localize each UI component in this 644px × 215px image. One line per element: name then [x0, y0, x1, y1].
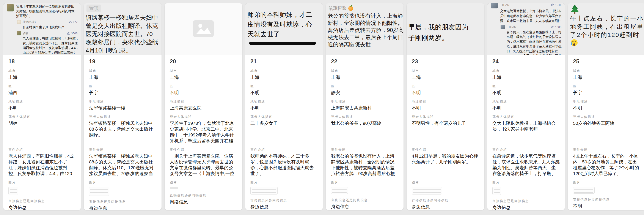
thumbs-up-icon	[551, 26, 554, 29]
field-value-deceased: 李昶生于1973年，曾就读于北京史家胡同小学、北京二中、北京四中，于1992年考…	[170, 120, 237, 144]
record-card[interactable]: ETHAN1046交大电院退休教授，上海书协会员，书法家吴中南老师在急诊病逝，缺…	[487, 3, 565, 210]
screenshot-text-line: 了2个小时的120赶到时	[570, 31, 644, 39]
field-label-event: 事件介绍	[8, 147, 76, 152]
record-card[interactable]: 午十点左右，长宁的一小地务工阿姨，在出租屋里了2个小时的120赶到时25城市上海…	[568, 3, 644, 210]
like-count: 1046	[551, 3, 562, 7]
record-image-preview[interactable]: 我几十年前就认识的一位胡姓朋友也是因为封控、核酸检测等原因没有得到及时救治而死亡…	[3, 3, 81, 55]
field-label-address: 地址描述	[492, 99, 560, 104]
field-value-deceased: 胡姓	[8, 120, 76, 144]
poster-name-text: 鼠甜橙酱	[328, 6, 346, 12]
record-image-preview[interactable]: 午十点左右，长宁的一小地务工阿姨，在出租屋里了2个小时的120赶到时	[568, 3, 644, 55]
field-label-direct: 直接信息还是间接信息	[250, 198, 318, 203]
record-card[interactable]: 鼠甜橙酱老公的爷爷也没有计入，上海静新村，全家阴的情况下他阳性。离酒店后差点转去…	[326, 3, 404, 210]
field-label-deceased: 死者大体描述	[573, 115, 640, 119]
comment-text: 交大电院退休教授，上海书协会员，书法家吴中南老师在急诊病逝，缺少氧气等医疗资源，…	[500, 9, 563, 23]
field-value-address: 不明	[250, 105, 318, 111]
field-value-deceased: 二十多岁女子	[250, 120, 318, 144]
thumbs-up-icon	[67, 32, 70, 35]
attachment-thumbnail[interactable]	[331, 187, 348, 194]
comment-reply: ETHAN1008苦等两天，坐在急诊角落的椅子上，打吊瓶、吸氧气（被封控的子女设…	[500, 25, 562, 55]
screenshot-text-line: 医无对接医院而去世。70	[86, 30, 162, 38]
like-count: 1008	[551, 26, 562, 29]
screenshot-text-line: 疫情没有及时就诊，心	[248, 20, 323, 29]
image-placeholder-icon	[193, 20, 214, 38]
record-image-preview[interactable]: 师弟的本科师妹，才二疫情没有及时就诊，心天就去世了	[245, 3, 323, 55]
screenshot-text-line: 4月10日晚记录。	[86, 46, 162, 55]
screenshot-text-line: 通的隔离医院去世	[328, 41, 404, 48]
screenshot-text-line: 晚敲邻居门，央求代少些纸	[86, 38, 162, 46]
field-value-address: 不明	[573, 105, 640, 111]
card-number: 23	[412, 58, 479, 65]
field-label-district: 区	[170, 84, 237, 88]
field-value-city: 上海	[8, 74, 76, 80]
screenshot-text-line: 天就去世了	[248, 29, 323, 39]
field-label-event: 事件介绍	[331, 147, 398, 152]
field-value-address: 不明	[412, 105, 479, 111]
field-value-event: 法华镇路某楼一楼独居老夫妇中88岁的丈夫，曾经是交大出版社翻译。休克后110、1…	[89, 153, 156, 176]
card-number: 20	[170, 58, 237, 65]
field-label-district: 区	[8, 84, 76, 88]
field-label-address: 地址描述	[250, 99, 318, 104]
field-value-address: 上海静安去共康新村	[331, 105, 398, 111]
photo-avatar	[500, 25, 505, 29]
field-value-event: 老人住浦西，有陈旧性脑梗，4.2摔跤，女儿被封在浦东过不了江，妹妹们虽住浦西但也…	[8, 153, 76, 176]
record-image-preview[interactable]: 置顶镇路某楼一楼独居老夫妇中曾是交大出版社翻译。休克医无对接医院而去世。70晚敲…	[84, 3, 162, 55]
record-card[interactable]: 师弟的本科师妹，才二疫情没有及时就诊，心天就去世了21城市上海区不明地址描述不明…	[245, 3, 323, 210]
field-label-deceased: 死者大体描述	[170, 115, 237, 119]
field-label-address: 地址描述	[170, 99, 237, 104]
poster-name: 鼠甜橙酱	[328, 6, 404, 12]
field-label-address: 地址描述	[573, 99, 640, 104]
screenshot-text-line: 梗无法去三甲，最后在上个周日	[328, 34, 404, 41]
field-label-city: 城市	[8, 69, 76, 73]
field-label-deceased: 死者大体描述	[331, 115, 398, 119]
screenshot-comment-thread: 我几十年前就认识的一位胡姓朋友也是因为封控、核酸检测等原因没有得到及时救治而死亡…	[3, 3, 81, 55]
record-image-preview[interactable]: 早晨，我的朋友因为子刚刚两岁。	[406, 3, 484, 55]
field-label-city: 城市	[492, 69, 560, 73]
record-card[interactable]: 我几十年前就认识的一位胡姓朋友也是因为封控、核酸检测等原因没有得到及时救治而死亡…	[3, 3, 81, 210]
field-label-deceased: 死者大体描述	[492, 115, 560, 119]
screenshot-text-line: 离酒店后差点转去方舱，90岁高	[328, 27, 404, 34]
field-value-city: 上海	[170, 74, 237, 80]
card-number: 21	[250, 58, 318, 65]
field-value-direct: 身边信息	[412, 204, 479, 210]
record-image-preview[interactable]: ETHAN1046交大电院退休教授，上海书协会员，书法家吴中南老师在急诊病逝，缺…	[487, 3, 565, 55]
field-value-address: 不明	[492, 105, 560, 111]
field-value-address: 法华镇路某楼一楼	[89, 105, 156, 111]
field-label-event: 事件介绍	[170, 147, 237, 152]
field-label-city: 城市	[170, 69, 237, 73]
attachment-thumbnail[interactable]	[492, 187, 501, 195]
field-label-direct: 直接信息还是间接信息	[573, 197, 640, 202]
like-count-value: 1008	[555, 26, 562, 29]
field-label-direct: 直接信息还是间接信息	[492, 199, 560, 203]
field-value-district: 不明	[170, 90, 237, 95]
field-value-event: 一则关于上海某康复医院一位病人因疫情管理无人护理而去世的文章在微信群里流转。最早…	[170, 153, 237, 176]
screenshot-text-line: 地务工阿姨，在出租屋里	[570, 23, 644, 31]
record-card[interactable]: 早晨，我的朋友因为子刚刚两岁。23城市上海区不明地址描述不明死者大体描述不明男性…	[406, 3, 484, 210]
field-value-district: 浦西	[8, 90, 76, 95]
field-label-deceased: 死者大体描述	[412, 115, 479, 119]
screenshot-big-text: 师弟的本科师妹，才二疫情没有及时就诊，心天就去世了	[245, 3, 323, 45]
field-value-district: 静安	[331, 90, 398, 95]
comment-text: 我几十年前就认识的一位胡姓朋友也是因为封控、核酸检测等原因没有得到及时救治而死亡…	[16, 4, 77, 18]
attachment-thumbnail[interactable]	[89, 187, 109, 196]
attachment-thumbnail[interactable]	[412, 187, 442, 194]
like-count-value: 3506	[71, 32, 78, 35]
field-label-image: 图片	[170, 180, 237, 184]
attachment-thumbnail[interactable]	[8, 187, 18, 195]
attachment-thumbnail[interactable]	[573, 187, 594, 194]
card-number: 19	[89, 58, 156, 65]
field-label-district: 区	[250, 84, 318, 88]
field-value-deceased: 不明男性，有个两岁的儿子	[412, 120, 479, 144]
thumbs-up-icon	[551, 3, 554, 6]
field-value-city: 上海	[492, 74, 560, 80]
record-card[interactable]: 20城市上海区不明地址描述上海某康复医院死者大体描述李昶生于1973年，曾就读于…	[164, 3, 242, 210]
field-label-image: 图片	[250, 180, 318, 184]
comment-reply: 柿油(作者)977什么时候？生了其他疾病吗？	[16, 20, 78, 30]
photo-avatar	[491, 3, 498, 9]
record-image-preview[interactable]	[164, 3, 242, 55]
attachment-thumbnail[interactable]	[250, 187, 278, 194]
attachment-thumbnail[interactable]	[170, 187, 178, 189]
record-image-preview[interactable]: 鼠甜橙酱老公的爷爷也没有计入，上海静新村，全家阴的情况下他阳性。离酒店后差点转去…	[326, 3, 404, 55]
record-card[interactable]: 置顶镇路某楼一楼独居老夫妇中曾是交大出版社翻译。休克医无对接医院而去世。70晚敲…	[84, 3, 162, 210]
field-value-city: 上海	[573, 74, 640, 80]
